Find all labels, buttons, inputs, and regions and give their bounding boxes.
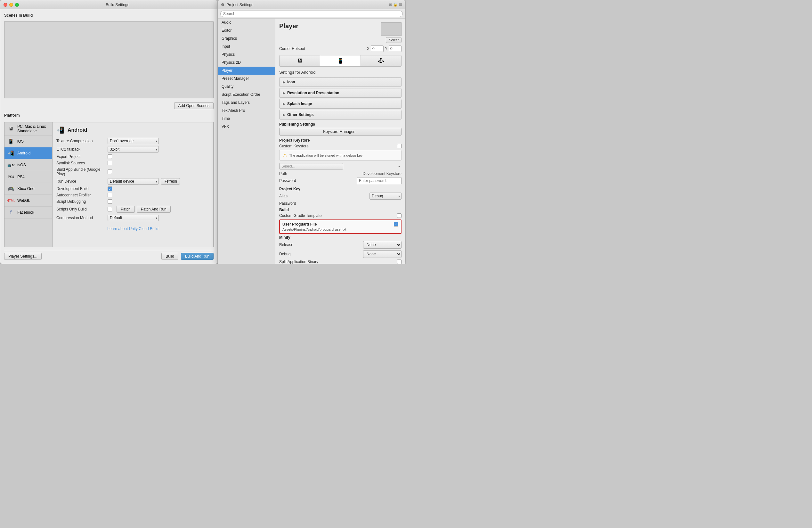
sidebar-item-presetmanager[interactable]: Preset Manager [218, 75, 275, 83]
publishing-settings-section: Publishing Settings Keystore Manager... … [279, 122, 402, 206]
sidebar-item-physics2d[interactable]: Physics 2D [218, 59, 275, 67]
tab-desktop[interactable]: 🖥 [279, 55, 320, 66]
project-key-title: Project Key [279, 187, 402, 191]
cursor-y-input[interactable] [389, 45, 402, 52]
bottom-right-controls: Build Build And Run [161, 253, 214, 260]
add-open-scenes-button[interactable]: Add Open Scenes [174, 102, 214, 109]
platform-item-xboxone[interactable]: 🎮 Xbox One [4, 183, 52, 195]
etc2-fallback-select[interactable]: 32-bit [107, 146, 159, 153]
splash-image-section-header[interactable]: ▶ Splash Image [279, 99, 401, 108]
password-row: Password [279, 177, 402, 184]
ps-grid-icon[interactable]: ⊞ [389, 3, 392, 7]
minify-release-select[interactable]: None [363, 241, 402, 248]
close-button[interactable] [3, 3, 8, 7]
ps-body: Audio Editor Graphics Input Physics Phys… [218, 18, 405, 264]
cloud-build-link[interactable]: Learn about Unity Cloud Build [107, 227, 158, 231]
ps-menu-icon[interactable]: ☰ [399, 3, 402, 7]
platform-item-standalone[interactable]: 🖥 PC, Mac & Linux Standalone [4, 123, 52, 135]
cursor-hotspot-label: Cursor Hotspot [279, 46, 367, 51]
script-debugging-checkbox[interactable] [107, 199, 112, 204]
sidebar-item-input[interactable]: Input [218, 43, 275, 51]
platform-item-tvos[interactable]: 📺 tv tvOS [4, 159, 52, 171]
minify-section-title: Minify [279, 235, 402, 240]
other-settings-section-label: Other Settings [287, 112, 314, 117]
build-settings-title: Build Settings [21, 3, 214, 7]
tab-gamepad[interactable]: 🕹 [361, 55, 401, 66]
platform-item-android[interactable]: 📲 Android [4, 147, 52, 159]
platform-item-webgl[interactable]: HTML WebGL [4, 195, 52, 206]
password-input[interactable] [357, 177, 402, 184]
export-project-checkbox[interactable] [107, 154, 112, 159]
alias-select[interactable]: Debug [369, 192, 402, 200]
sidebar-item-audio[interactable]: Audio [218, 18, 275, 27]
other-settings-arrow: ▶ [283, 113, 285, 117]
build-app-bundle-checkbox[interactable] [107, 170, 112, 174]
resolution-section-header[interactable]: ▶ Resolution and Presentation [279, 88, 401, 97]
scripts-only-build-checkbox[interactable] [107, 207, 112, 212]
ps-lock-icon[interactable]: 🔒 [393, 3, 398, 7]
sidebar-item-physics[interactable]: Physics [218, 51, 275, 59]
warning-box: ⚠ The application will be signed with a … [279, 150, 402, 160]
sidebar-item-graphics[interactable]: Graphics [218, 34, 275, 43]
split-application-binary-checkbox[interactable] [397, 259, 402, 264]
select-button[interactable]: Select [386, 37, 402, 43]
ps-search-bar [218, 9, 405, 18]
custom-keystore-checkbox[interactable] [397, 144, 402, 148]
icon-section-header[interactable]: ▶ Icon [279, 77, 401, 86]
tab-mobile[interactable]: 📱 [320, 55, 361, 66]
user-proguard-checkbox[interactable] [394, 222, 398, 227]
platform-item-facebook[interactable]: f Facebook [4, 206, 52, 218]
sidebar-item-tagsandlayers[interactable]: Tags and Layers [218, 99, 275, 107]
sidebar-item-textmeshpro[interactable]: TextMesh Pro [218, 107, 275, 115]
ios-icon: 📱 [7, 138, 15, 145]
user-proguard-box: User Proguard File Assets/Plugins/Androi… [279, 219, 402, 234]
platform-label-ps4: PS4 [17, 175, 25, 179]
keystore-select-wrapper: Select... [279, 163, 402, 170]
project-keystore-title: Project Keystore [279, 138, 402, 143]
texture-compression-select[interactable]: Don't override [107, 138, 159, 144]
keystore-select[interactable]: Select... [279, 163, 343, 170]
build-settings-titlebar: Build Settings [0, 0, 217, 9]
sidebar-item-vfx[interactable]: VFX [218, 123, 275, 131]
cursor-x-input[interactable] [371, 45, 383, 52]
compression-method-row: Compression Method Default [56, 215, 209, 221]
symlink-sources-row: Symlink Sources [56, 161, 209, 165]
split-application-binary-row: Split Application Binary [279, 259, 402, 264]
development-build-label: Development Build [56, 186, 107, 191]
refresh-button[interactable]: Refresh [161, 178, 180, 185]
autoconnect-profiler-checkbox[interactable] [107, 193, 112, 197]
scripts-only-build-label: Scripts Only Build [56, 207, 107, 212]
minimize-button[interactable] [9, 3, 13, 7]
sidebar-item-time[interactable]: Time [218, 115, 275, 123]
development-build-checkbox[interactable] [107, 186, 112, 191]
symlink-sources-checkbox[interactable] [107, 161, 112, 165]
sidebar-item-player[interactable]: Player [218, 67, 275, 75]
platform-area: 🖥 PC, Mac & Linux Standalone 📱 iOS 📲 And… [4, 122, 214, 247]
patch-and-run-button[interactable]: Patch And Run [137, 206, 171, 213]
sidebar-item-scriptexecutionorder[interactable]: Script Execution Order [218, 91, 275, 99]
xy-inputs: X Y [367, 45, 402, 52]
etc2-fallback-row: ETC2 fallback 32-bit [56, 146, 209, 153]
build-button[interactable]: Build [161, 253, 178, 260]
sidebar-item-editor[interactable]: Editor [218, 27, 275, 34]
platform-item-ps4[interactable]: PS4 PS4 [4, 171, 52, 183]
maximize-button[interactable] [15, 3, 19, 7]
patch-button[interactable]: Patch [117, 206, 135, 213]
other-settings-section: ▶ Other Settings [279, 110, 402, 119]
compression-method-select[interactable]: Default [107, 215, 159, 221]
custom-gradle-checkbox[interactable] [397, 213, 402, 218]
keystore-manager-button[interactable]: Keystore Manager... [279, 128, 402, 135]
player-settings-button[interactable]: Player Settings... [4, 253, 42, 260]
android-icon: 📲 [7, 149, 15, 157]
icon-section: ▶ Icon [279, 77, 402, 87]
minify-debug-select[interactable]: None [363, 250, 402, 258]
ps-search-input[interactable] [220, 11, 403, 17]
sidebar-item-quality[interactable]: Quality [218, 83, 275, 91]
run-device-select[interactable]: Default device [107, 178, 159, 185]
ps-gear-icon: ⚙ [221, 3, 224, 7]
user-proguard-path: Assets/Plugins/Android/proguard-user.txt [282, 227, 398, 231]
platform-item-ios[interactable]: 📱 iOS [4, 135, 52, 147]
icon-arrow: ▶ [283, 81, 285, 84]
other-settings-section-header[interactable]: ▶ Other Settings [279, 110, 401, 119]
build-and-run-button[interactable]: Build And Run [181, 253, 214, 260]
